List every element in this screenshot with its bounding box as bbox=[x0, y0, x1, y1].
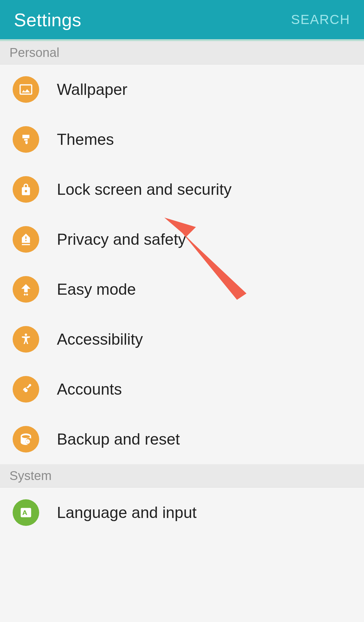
accounts-icon bbox=[13, 376, 39, 403]
item-privacy-safety[interactable]: Privacy and safety bbox=[0, 214, 364, 264]
item-label: Easy mode bbox=[57, 280, 136, 299]
item-easy-mode[interactable]: Easy mode bbox=[0, 264, 364, 314]
item-label: Language and input bbox=[57, 503, 197, 522]
item-themes[interactable]: Themes bbox=[0, 114, 364, 164]
item-backup-reset[interactable]: Backup and reset bbox=[0, 414, 364, 464]
accessibility-icon bbox=[13, 326, 39, 353]
section-header-personal: Personal bbox=[0, 41, 364, 65]
item-label: Wallpaper bbox=[57, 80, 127, 99]
item-label: Privacy and safety bbox=[57, 230, 186, 249]
privacy-icon bbox=[13, 226, 39, 253]
item-label: Themes bbox=[57, 130, 114, 149]
search-button[interactable]: SEARCH bbox=[291, 12, 350, 27]
section-header-system: System bbox=[0, 464, 364, 488]
item-label: Accessibility bbox=[57, 330, 143, 348]
item-label: Accounts bbox=[57, 380, 122, 398]
page-title: Settings bbox=[14, 9, 82, 30]
themes-icon bbox=[13, 126, 39, 153]
item-accessibility[interactable]: Accessibility bbox=[0, 314, 364, 364]
easy-mode-icon bbox=[13, 276, 39, 303]
item-lock-screen-security[interactable]: Lock screen and security bbox=[0, 164, 364, 214]
list-personal: Wallpaper Themes Lock screen and securit… bbox=[0, 65, 364, 464]
list-system: Language and input bbox=[0, 488, 364, 538]
wallpaper-icon bbox=[13, 76, 39, 103]
lock-icon bbox=[13, 176, 39, 203]
backup-reset-icon bbox=[13, 426, 39, 453]
item-wallpaper[interactable]: Wallpaper bbox=[0, 65, 364, 114]
item-label: Backup and reset bbox=[57, 430, 180, 448]
settings-screen: Settings SEARCH Personal Wallpaper Theme… bbox=[0, 0, 364, 538]
app-header: Settings SEARCH bbox=[0, 0, 364, 41]
language-input-icon bbox=[13, 499, 39, 526]
item-accounts[interactable]: Accounts bbox=[0, 364, 364, 414]
item-label: Lock screen and security bbox=[57, 180, 232, 199]
item-language-input[interactable]: Language and input bbox=[0, 488, 364, 538]
